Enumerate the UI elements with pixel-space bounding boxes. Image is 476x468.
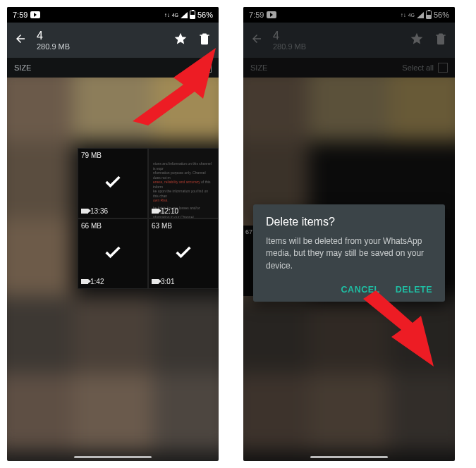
media-tile[interactable]: 66 MB 1:42 — [78, 218, 148, 289]
media-tile[interactable]: 63 MB 3:01 — [148, 218, 219, 289]
annotation-arrow — [133, 48, 217, 125]
status-time: 7:59 — [13, 11, 28, 19]
phone-screen-right: 7:59 ↑↓ 4G 56% 4 280.9 MB SIZE Select al… — [243, 7, 455, 461]
tile-size: 66 MB — [81, 222, 102, 230]
selected-tiles: 79 MB 13:36 74 MB nions and information … — [7, 148, 219, 289]
selection-count: 4 — [37, 30, 70, 42]
network-label: 4G — [172, 13, 178, 18]
video-icon — [81, 279, 88, 284]
annotation-arrow — [363, 289, 448, 367]
delete-dialog: Delete items? Items will be deleted from… — [253, 204, 445, 302]
youtube-icon — [30, 11, 40, 18]
video-icon — [81, 209, 88, 214]
sort-size-label[interactable]: SIZE — [14, 63, 31, 72]
dialog-body: Items will be deleted from your WhatsApp… — [266, 235, 432, 272]
back-button[interactable] — [14, 32, 27, 48]
tile-duration: 1:42 — [81, 278, 104, 285]
media-tile[interactable]: 79 MB 13:36 — [78, 148, 148, 218]
tile-size: 79 MB — [81, 152, 102, 159]
status-bar: 7:59 ↑↓ 4G 56% — [7, 7, 219, 23]
tile-duration: 3:01 — [152, 278, 174, 285]
tile-size: 63 MB — [152, 222, 172, 230]
data-arrows: ↑↓ — [164, 12, 170, 18]
star-button[interactable] — [173, 32, 188, 49]
check-icon — [103, 242, 123, 265]
signal-icon — [181, 12, 188, 18]
video-icon — [152, 279, 159, 284]
svg-marker-1 — [363, 290, 434, 367]
tile-duration: 12:10 — [152, 207, 178, 215]
nav-indicator[interactable] — [310, 456, 388, 458]
battery-percent: 56% — [197, 11, 213, 19]
phone-screen-left: 7:59 ↑↓ 4G 56% 4 280.9 MB SIZE all — [7, 7, 219, 461]
nav-indicator[interactable] — [74, 456, 152, 458]
battery-icon — [190, 11, 195, 19]
svg-marker-0 — [133, 48, 216, 125]
delete-button[interactable] — [197, 32, 212, 49]
selection-size: 280.9 MB — [37, 42, 70, 51]
selection-title: 4 280.9 MB — [37, 30, 70, 51]
check-icon — [103, 172, 123, 195]
check-icon — [173, 242, 193, 265]
dialog-title: Delete items? — [266, 216, 432, 228]
media-tile[interactable]: 74 MB nions and information on this chan… — [148, 148, 219, 218]
video-icon — [152, 209, 159, 214]
tile-duration: 13:36 — [81, 207, 108, 215]
